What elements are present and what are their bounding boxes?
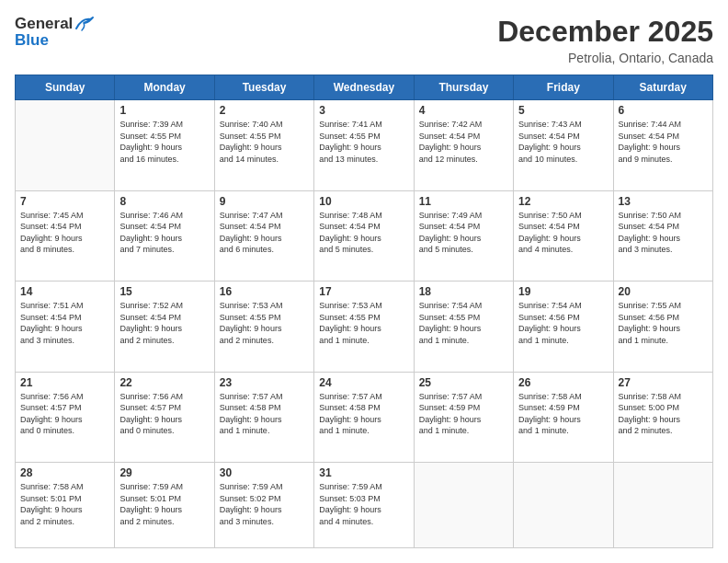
cell-info: Sunrise: 7:53 AM Sunset: 4:55 PM Dayligh…	[319, 300, 408, 346]
calendar-cell: 17Sunrise: 7:53 AM Sunset: 4:55 PM Dayli…	[314, 282, 414, 373]
calendar-cell	[613, 463, 712, 548]
day-number: 21	[20, 376, 109, 389]
calendar-cell: 11Sunrise: 7:49 AM Sunset: 4:54 PM Dayli…	[414, 190, 513, 282]
calendar-cell: 14Sunrise: 7:51 AM Sunset: 4:54 PM Dayli…	[16, 282, 115, 373]
day-header-wednesday: Wednesday	[314, 75, 414, 100]
calendar-cell: 3Sunrise: 7:41 AM Sunset: 4:55 PM Daylig…	[314, 100, 414, 191]
calendar-week-row: 21Sunrise: 7:56 AM Sunset: 4:57 PM Dayli…	[16, 372, 713, 463]
cell-info: Sunrise: 7:58 AM Sunset: 4:59 PM Dayligh…	[518, 391, 608, 437]
cell-info: Sunrise: 7:58 AM Sunset: 5:00 PM Dayligh…	[619, 391, 708, 437]
day-number: 13	[619, 195, 708, 208]
calendar-cell: 5Sunrise: 7:43 AM Sunset: 4:54 PM Daylig…	[514, 100, 613, 191]
calendar-cell: 7Sunrise: 7:45 AM Sunset: 4:54 PM Daylig…	[16, 190, 115, 282]
calendar-cell: 28Sunrise: 7:58 AM Sunset: 5:01 PM Dayli…	[16, 463, 115, 548]
calendar-cell: 20Sunrise: 7:55 AM Sunset: 4:56 PM Dayli…	[613, 282, 712, 373]
day-header-sunday: Sunday	[16, 75, 115, 100]
day-number: 17	[319, 285, 408, 298]
calendar-cell	[514, 463, 613, 548]
cell-info: Sunrise: 7:45 AM Sunset: 4:54 PM Dayligh…	[20, 210, 109, 256]
calendar-cell: 9Sunrise: 7:47 AM Sunset: 4:54 PM Daylig…	[214, 190, 313, 282]
cell-info: Sunrise: 7:40 AM Sunset: 4:55 PM Dayligh…	[220, 119, 309, 165]
calendar-cell: 8Sunrise: 7:46 AM Sunset: 4:54 PM Daylig…	[115, 190, 214, 282]
cell-info: Sunrise: 7:52 AM Sunset: 4:54 PM Dayligh…	[119, 300, 209, 346]
calendar-cell: 27Sunrise: 7:58 AM Sunset: 5:00 PM Dayli…	[613, 372, 712, 463]
day-number: 5	[518, 104, 608, 117]
cell-info: Sunrise: 7:39 AM Sunset: 4:55 PM Dayligh…	[119, 119, 209, 165]
calendar-cell: 26Sunrise: 7:58 AM Sunset: 4:59 PM Dayli…	[514, 372, 613, 463]
logo-general: General	[15, 15, 73, 33]
day-number: 16	[220, 285, 309, 298]
cell-info: Sunrise: 7:41 AM Sunset: 4:55 PM Dayligh…	[319, 119, 408, 165]
day-number: 25	[419, 376, 508, 389]
logo: General Blue	[15, 15, 95, 50]
day-number: 23	[220, 376, 309, 389]
calendar-week-row: 28Sunrise: 7:58 AM Sunset: 5:01 PM Dayli…	[16, 463, 713, 548]
calendar-cell: 22Sunrise: 7:56 AM Sunset: 4:57 PM Dayli…	[115, 372, 214, 463]
day-header-tuesday: Tuesday	[214, 75, 313, 100]
cell-info: Sunrise: 7:58 AM Sunset: 5:01 PM Dayligh…	[20, 481, 109, 527]
calendar-cell: 21Sunrise: 7:56 AM Sunset: 4:57 PM Dayli…	[16, 372, 115, 463]
cell-info: Sunrise: 7:50 AM Sunset: 4:54 PM Dayligh…	[518, 210, 608, 256]
day-number: 20	[619, 285, 708, 298]
cell-info: Sunrise: 7:54 AM Sunset: 4:56 PM Dayligh…	[518, 300, 608, 346]
page: General Blue December 2025 Petrolia, Ont…	[0, 0, 728, 563]
day-number: 1	[119, 104, 209, 117]
title-block: December 2025 Petrolia, Ontario, Canada	[497, 15, 713, 65]
calendar-cell: 15Sunrise: 7:52 AM Sunset: 4:54 PM Dayli…	[115, 282, 214, 373]
cell-info: Sunrise: 7:59 AM Sunset: 5:03 PM Dayligh…	[319, 481, 408, 527]
day-header-friday: Friday	[514, 75, 613, 100]
cell-info: Sunrise: 7:42 AM Sunset: 4:54 PM Dayligh…	[419, 119, 508, 165]
calendar-cell: 2Sunrise: 7:40 AM Sunset: 4:55 PM Daylig…	[214, 100, 313, 191]
cell-info: Sunrise: 7:55 AM Sunset: 4:56 PM Dayligh…	[619, 300, 708, 346]
header: General Blue December 2025 Petrolia, Ont…	[15, 15, 713, 65]
cell-info: Sunrise: 7:59 AM Sunset: 5:02 PM Dayligh…	[220, 481, 309, 527]
calendar-cell: 24Sunrise: 7:57 AM Sunset: 4:58 PM Dayli…	[314, 372, 414, 463]
location: Petrolia, Ontario, Canada	[497, 51, 713, 65]
cell-info: Sunrise: 7:57 AM Sunset: 4:58 PM Dayligh…	[220, 391, 309, 437]
day-number: 26	[518, 376, 608, 389]
month-title: December 2025	[497, 15, 713, 49]
calendar-cell: 19Sunrise: 7:54 AM Sunset: 4:56 PM Dayli…	[514, 282, 613, 373]
calendar-cell: 18Sunrise: 7:54 AM Sunset: 4:55 PM Dayli…	[414, 282, 513, 373]
logo-bird-icon	[74, 16, 95, 32]
day-number: 22	[119, 376, 209, 389]
cell-info: Sunrise: 7:56 AM Sunset: 4:57 PM Dayligh…	[119, 391, 209, 437]
cell-info: Sunrise: 7:49 AM Sunset: 4:54 PM Dayligh…	[419, 210, 508, 256]
day-number: 11	[419, 195, 508, 208]
day-number: 10	[319, 195, 408, 208]
cell-info: Sunrise: 7:44 AM Sunset: 4:54 PM Dayligh…	[619, 119, 708, 165]
calendar-week-row: 7Sunrise: 7:45 AM Sunset: 4:54 PM Daylig…	[16, 190, 713, 282]
calendar-cell	[16, 100, 115, 191]
day-number: 24	[319, 376, 408, 389]
calendar-cell: 12Sunrise: 7:50 AM Sunset: 4:54 PM Dayli…	[514, 190, 613, 282]
day-number: 29	[119, 466, 209, 479]
calendar-cell: 23Sunrise: 7:57 AM Sunset: 4:58 PM Dayli…	[214, 372, 313, 463]
calendar-cell: 30Sunrise: 7:59 AM Sunset: 5:02 PM Dayli…	[214, 463, 313, 548]
day-header-thursday: Thursday	[414, 75, 513, 100]
day-number: 18	[419, 285, 508, 298]
calendar-cell: 13Sunrise: 7:50 AM Sunset: 4:54 PM Dayli…	[613, 190, 712, 282]
cell-info: Sunrise: 7:54 AM Sunset: 4:55 PM Dayligh…	[419, 300, 508, 346]
cell-info: Sunrise: 7:53 AM Sunset: 4:55 PM Dayligh…	[220, 300, 309, 346]
cell-info: Sunrise: 7:57 AM Sunset: 4:58 PM Dayligh…	[319, 391, 408, 437]
calendar-cell: 4Sunrise: 7:42 AM Sunset: 4:54 PM Daylig…	[414, 100, 513, 191]
calendar-cell: 1Sunrise: 7:39 AM Sunset: 4:55 PM Daylig…	[115, 100, 214, 191]
cell-info: Sunrise: 7:48 AM Sunset: 4:54 PM Dayligh…	[319, 210, 408, 256]
calendar-week-row: 14Sunrise: 7:51 AM Sunset: 4:54 PM Dayli…	[16, 282, 713, 373]
day-number: 9	[220, 195, 309, 208]
day-number: 6	[619, 104, 708, 117]
calendar: SundayMondayTuesdayWednesdayThursdayFrid…	[15, 75, 713, 548]
day-number: 4	[419, 104, 508, 117]
cell-info: Sunrise: 7:50 AM Sunset: 4:54 PM Dayligh…	[619, 210, 708, 256]
cell-info: Sunrise: 7:57 AM Sunset: 4:59 PM Dayligh…	[419, 391, 508, 437]
calendar-cell	[414, 463, 513, 548]
calendar-cell: 16Sunrise: 7:53 AM Sunset: 4:55 PM Dayli…	[214, 282, 313, 373]
day-number: 2	[220, 104, 309, 117]
logo-blue: Blue	[15, 31, 49, 50]
cell-info: Sunrise: 7:56 AM Sunset: 4:57 PM Dayligh…	[20, 391, 109, 437]
calendar-header-row: SundayMondayTuesdayWednesdayThursdayFrid…	[16, 75, 713, 100]
cell-info: Sunrise: 7:46 AM Sunset: 4:54 PM Dayligh…	[119, 210, 209, 256]
calendar-cell: 25Sunrise: 7:57 AM Sunset: 4:59 PM Dayli…	[414, 372, 513, 463]
calendar-week-row: 1Sunrise: 7:39 AM Sunset: 4:55 PM Daylig…	[16, 100, 713, 191]
cell-info: Sunrise: 7:43 AM Sunset: 4:54 PM Dayligh…	[518, 119, 608, 165]
